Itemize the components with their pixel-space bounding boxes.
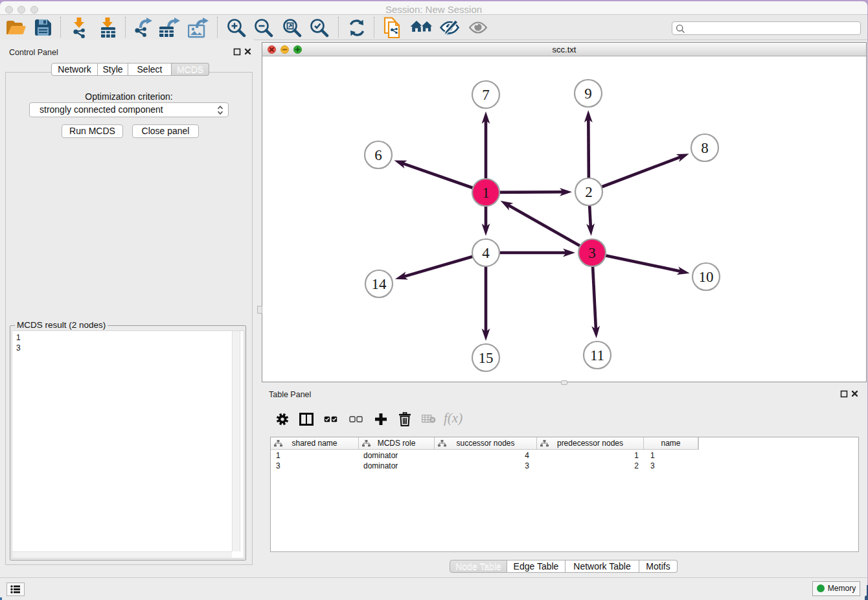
svg-text:15: 15	[479, 350, 494, 366]
svg-text:9: 9	[584, 86, 592, 102]
svg-text:6: 6	[374, 147, 382, 163]
svg-text:7: 7	[482, 87, 490, 103]
svg-text:14: 14	[372, 276, 387, 292]
svg-text:8: 8	[701, 140, 709, 156]
svg-text:11: 11	[590, 347, 604, 363]
svg-text:10: 10	[699, 269, 714, 285]
svg-text:4: 4	[482, 245, 490, 261]
svg-text:1: 1	[482, 185, 490, 201]
svg-text:3: 3	[588, 245, 596, 261]
svg-text:2: 2	[585, 184, 593, 200]
